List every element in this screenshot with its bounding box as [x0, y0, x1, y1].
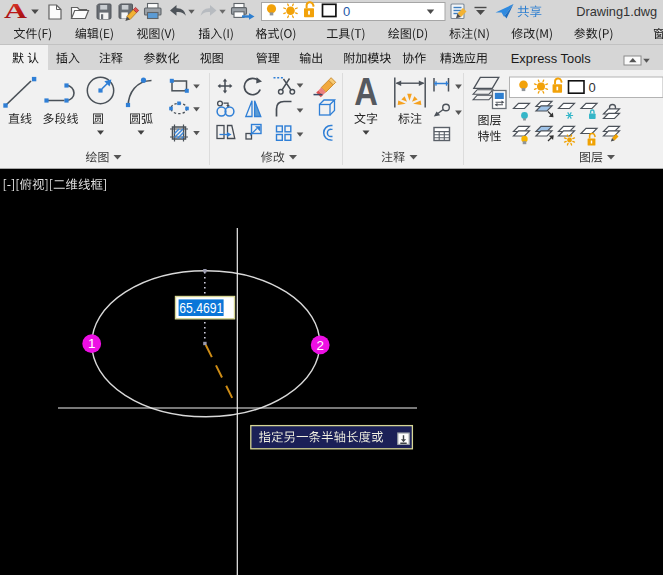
svg-text:A: A	[354, 70, 378, 114]
svg-text:1: 1	[88, 336, 96, 351]
svg-text:65.4691: 65.4691	[179, 300, 223, 316]
svg-text:A: A	[4, 0, 27, 23]
svg-text:Express Tools: Express Tools	[511, 52, 591, 66]
svg-text:Drawing1.dwg: Drawing1.dwg	[576, 4, 657, 19]
svg-text:2: 2	[316, 338, 324, 353]
svg-text:0: 0	[343, 4, 350, 19]
svg-text:0: 0	[589, 80, 596, 95]
